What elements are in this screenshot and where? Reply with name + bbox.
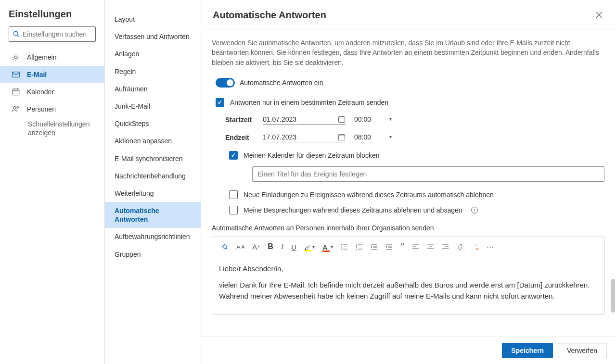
search-icon [13,31,20,38]
align-center-button[interactable] [427,243,434,251]
nav-item-general[interactable]: Allgemein [0,49,104,66]
nav-item-email[interactable]: E-Mail [0,66,104,83]
svg-rect-14 [339,134,345,140]
calendar-icon [338,115,346,123]
email-settings-nav: Layout Verfassen und Antworten Anlagen R… [105,0,201,364]
cancel-meetings-checkbox[interactable] [229,206,238,214]
mid-item-groups[interactable]: Gruppen [105,246,201,263]
close-button[interactable] [594,10,604,22]
send-period-checkbox[interactable] [216,98,224,107]
block-calendar-row: Meinen Kalender für diesen Zeitraum bloc… [225,151,604,160]
indent-icon [385,243,393,251]
mid-item-forwarding[interactable]: Weiterleitung [105,185,201,202]
editor-paragraph: Liebe/r Absender/in, [219,264,597,275]
start-time-value: 00:00 [354,115,371,123]
quote-button[interactable]: ” [400,242,404,252]
info-icon[interactable]: i [471,207,478,213]
end-label: Endzeit [225,134,254,141]
cancel-meetings-label: Meine Besprechungen während dieses Zeitr… [244,206,462,214]
bullet-list-button[interactable] [341,243,348,251]
editor-body[interactable]: Liebe/r Absender/in, vielen Dank für Ihr… [212,257,604,314]
people-icon [12,105,20,113]
mid-item-rules[interactable]: Regeln [105,63,201,80]
highlight-button[interactable]: 🖊▾ [304,243,315,251]
bold-button[interactable]: B [268,242,273,251]
end-row: Endzeit 17.07.2023 08:00 ▾ [225,133,604,142]
block-calendar-label: Meinen Kalender für diesen Zeitraum bloc… [244,151,380,159]
mid-item-layout[interactable]: Layout [105,11,201,28]
link-icon [457,243,464,251]
main-header: Automatische Antworten [201,0,616,29]
align-left-button[interactable] [412,243,419,251]
font-family-button[interactable]: AA [236,243,244,251]
intro-text: Verwenden Sie automatische Antworten, um… [212,38,604,67]
start-date-input[interactable]: 01.07.2023 [263,115,346,125]
auto-reply-toggle[interactable] [216,78,235,88]
format-painter-button[interactable] [221,243,229,251]
svg-point-0 [13,31,18,36]
mid-item-customize-actions[interactable]: Aktionen anpassen [105,132,201,150]
align-right-button[interactable] [442,243,449,251]
send-period-label: Antworten nur in einem bestimmten Zeitra… [230,99,388,106]
svg-point-17 [341,246,342,247]
mid-item-sweep[interactable]: Aufräumen [105,80,201,98]
number-list-icon: 123 [356,243,363,251]
save-button[interactable]: Speichern [502,343,553,358]
editor-toolbar: AA A▾ B I U 🖊▾ A▾ 123 ” ⋯ [212,237,604,257]
search-input[interactable] [23,30,91,38]
svg-point-18 [341,249,342,250]
bullet-list-icon [341,243,348,251]
nav-label: Allgemein [27,53,56,61]
decline-new-row: Neue Einladungen zu Ereignissen während … [225,190,604,199]
indent-button[interactable] [385,243,393,251]
mid-item-quicksteps[interactable]: QuickSteps [105,115,201,132]
italic-button[interactable]: I [281,242,283,251]
svg-point-2 [14,56,17,58]
scrollbar-thumb[interactable] [611,279,615,313]
quick-settings-link[interactable]: Schnelleinstellungen anzeigen [0,118,104,141]
unlink-button[interactable] [472,243,479,251]
nav-item-people[interactable]: Personen [0,100,104,118]
chevron-down-icon: ▾ [389,116,392,122]
block-calendar-checkbox[interactable] [229,151,238,160]
svg-point-9 [17,107,19,109]
font-size-button[interactable]: A▾ [252,243,260,251]
chevron-down-icon: ▾ [389,134,392,139]
nav-item-calendar[interactable]: Kalender [0,83,104,100]
align-left-icon [412,243,419,251]
event-title-input[interactable] [252,166,604,182]
outdent-button[interactable] [371,243,378,251]
svg-rect-4 [13,89,19,95]
mid-item-sync[interactable]: E-Mail synchronisieren [105,150,201,167]
svg-line-1 [17,35,19,37]
end-time-value: 08:00 [354,133,371,141]
end-date-value: 17.07.2023 [263,133,296,141]
org-section-label: Automatische Antworten an Personen inner… [212,224,604,232]
end-date-input[interactable]: 17.07.2023 [263,133,346,142]
decline-new-label: Neue Einladungen zu Ereignissen während … [244,191,494,199]
mail-icon [12,70,20,79]
decline-new-checkbox[interactable] [229,190,238,199]
font-color-button[interactable]: A▾ [322,243,333,251]
mid-item-auto-replies[interactable]: Automatische Antworten [105,202,201,228]
mid-item-message-handling[interactable]: Nachrichtenbehandlung [105,167,201,185]
page-title: Automatische Antworten [213,10,326,21]
start-time-select[interactable]: 00:00 ▾ [354,115,392,125]
toggle-label: Automatische Antworten ein [240,79,323,87]
reply-editor: AA A▾ B I U 🖊▾ A▾ 123 ” ⋯ Liebe/r [212,237,604,315]
mid-item-junk[interactable]: Junk-E-Mail [105,98,201,115]
svg-rect-3 [13,72,19,77]
editor-paragraph: vielen Dank für Ihre E-Mail. Ich befinde… [219,280,597,301]
mid-item-retention[interactable]: Aufbewahrungsrichtlinien [105,228,201,245]
end-time-select[interactable]: 08:00 ▾ [354,133,392,142]
underline-button[interactable]: U [291,243,296,251]
highlight-icon: 🖊 [304,243,311,251]
link-button[interactable] [457,243,464,251]
more-button[interactable]: ⋯ [487,242,494,251]
search-input-wrapper[interactable] [9,26,96,42]
mid-item-compose[interactable]: Verfassen und Antworten [105,28,201,45]
discard-button[interactable]: Verwerfen [558,343,606,358]
mid-item-attachments[interactable]: Anlagen [105,45,201,63]
number-list-button[interactable]: 123 [356,243,363,251]
nav-label: E-Mail [27,71,47,78]
